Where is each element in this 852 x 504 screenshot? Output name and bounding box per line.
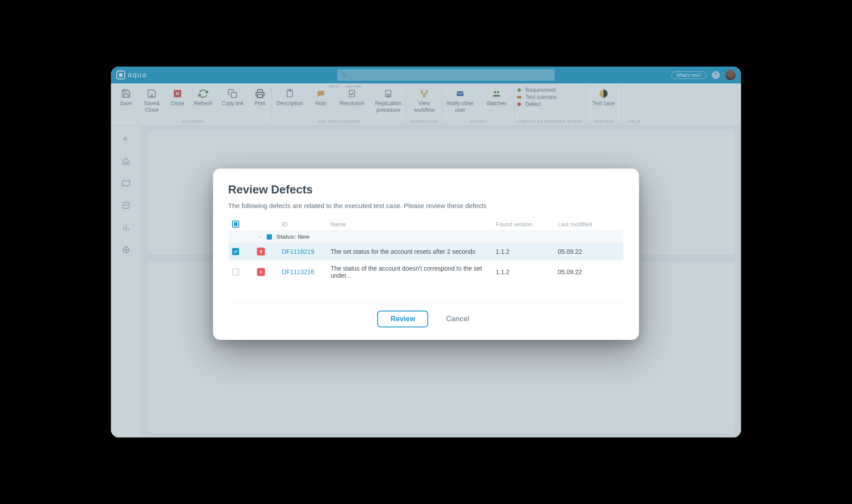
defect-found: 1.1.2 [496,248,558,255]
defect-id-link[interactable]: DF1113216 [282,268,331,276]
col-modified[interactable]: Last modified [558,221,620,228]
modal-subtitle: The following defects are related to the… [228,202,624,209]
row-checkbox[interactable] [232,268,239,276]
svg-point-39 [260,271,261,272]
group-row-status[interactable]: Status: New [229,231,623,243]
col-id[interactable]: ID [282,221,331,228]
defect-name: The set status for the account resets af… [331,248,496,255]
defect-type-icon [257,248,265,256]
defect-modified: 05.09.22 [558,268,620,276]
defects-grid: ID Name Found version Last modified Stat… [228,217,624,284]
col-found[interactable]: Found version [496,221,558,228]
svg-point-37 [260,250,261,252]
modal-backdrop: Review Defects The following defects are… [111,67,741,437]
svg-rect-40 [260,272,261,273]
defect-modified: 05.09.22 [558,248,620,255]
review-button[interactable]: Review [377,311,428,327]
svg-rect-38 [260,252,261,253]
group-label: Status: New [276,233,309,240]
review-defects-modal: Review Defects The following defects are… [213,169,639,340]
defect-id-link[interactable]: DF1118219 [282,248,331,255]
cancel-button[interactable]: Cancel [441,311,474,327]
select-all-checkbox[interactable] [232,220,239,228]
table-row[interactable]: DF1118219 The set status for the account… [229,243,623,260]
group-checkbox-icon [267,234,272,240]
row-checkbox[interactable] [232,248,239,255]
chevron-down-icon [257,234,262,240]
grid-header: ID Name Found version Last modified [229,218,623,231]
modal-actions: Review Cancel [228,302,624,327]
defect-type-icon [257,268,265,276]
table-row[interactable]: DF1113216 The status of the account does… [229,260,623,284]
col-name[interactable]: Name [331,221,496,228]
defect-name: The status of the account doesn't corres… [331,265,496,279]
defect-found: 1.1.2 [496,268,558,276]
modal-title: Review Defects [228,183,624,197]
